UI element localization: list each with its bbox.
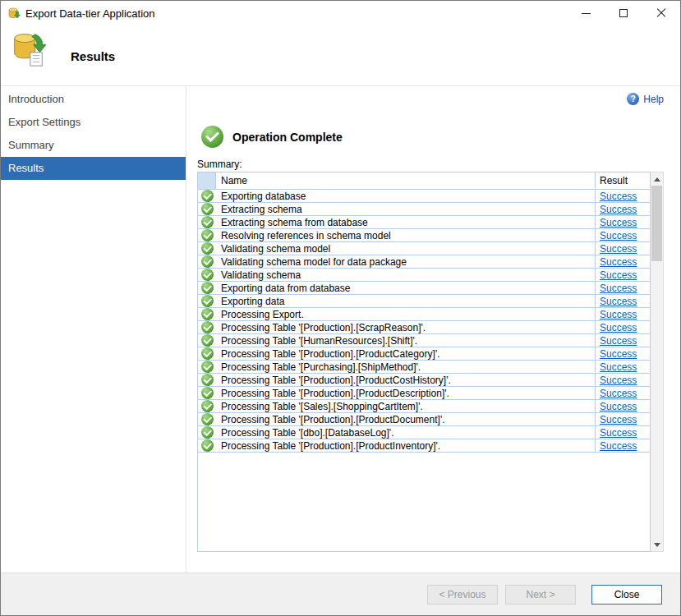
row-result-link[interactable]: Success xyxy=(600,204,637,215)
table-row[interactable]: Processing Table '[Production].[ProductD… xyxy=(198,387,650,400)
row-name: Processing Table '[Production].[ProductD… xyxy=(216,413,595,425)
row-result-link[interactable]: Success xyxy=(600,283,637,294)
table-row[interactable]: Validating schema Success xyxy=(198,269,650,282)
table-row[interactable]: Processing Table '[Production].[ProductC… xyxy=(198,374,650,387)
scroll-down-icon xyxy=(654,543,660,547)
scroll-up-button[interactable] xyxy=(651,172,663,186)
row-result-link[interactable]: Success xyxy=(600,243,637,255)
table-row[interactable]: Processing Table '[Purchasing].[ShipMeth… xyxy=(198,361,650,374)
previous-button[interactable]: < Previous xyxy=(427,585,498,605)
table-row[interactable]: Exporting data Success xyxy=(198,295,650,308)
table-row[interactable]: Processing Table '[Sales].[ShoppingCartI… xyxy=(198,400,650,413)
table-row[interactable]: Processing Table '[dbo].[DatabaseLog]'. … xyxy=(198,426,650,439)
app-icon xyxy=(7,7,21,20)
row-result-link[interactable]: Success xyxy=(600,348,637,360)
table-row[interactable]: Processing Table '[Production].[ProductC… xyxy=(198,347,650,361)
row-result-link[interactable]: Success xyxy=(600,217,637,228)
summary-label: Summary: xyxy=(197,159,242,170)
scroll-down-button[interactable] xyxy=(651,538,663,551)
sidebar-item-summary[interactable]: Summary xyxy=(1,134,186,157)
row-name: Processing Table '[Production].[ProductC… xyxy=(216,374,595,386)
table-row[interactable]: Resolving references in schema model Suc… xyxy=(198,229,650,242)
row-name: Processing Table '[Production].[ProductC… xyxy=(216,347,595,360)
row-result-link[interactable]: Success xyxy=(600,375,637,386)
maximize-button[interactable] xyxy=(605,1,642,25)
success-check-icon xyxy=(201,387,214,399)
row-result-link[interactable]: Success xyxy=(600,361,637,373)
column-header-icon xyxy=(198,172,216,189)
row-result-link[interactable]: Success xyxy=(600,269,637,281)
sidebar-item-results[interactable]: Results xyxy=(1,157,186,180)
window-title: Export Data-tier Application xyxy=(25,7,155,20)
table-row[interactable]: Processing Export. Success xyxy=(198,308,650,321)
table-header-row: Name Result xyxy=(198,172,650,190)
operation-complete-status: Operation Complete xyxy=(201,126,343,148)
success-check-icon xyxy=(201,413,214,425)
wizard-header: Results xyxy=(1,25,680,86)
table-row[interactable]: Extracting schema Success xyxy=(198,203,650,216)
row-name: Exporting data xyxy=(216,295,595,307)
next-button[interactable]: Next > xyxy=(505,585,576,605)
column-header-result[interactable]: Result xyxy=(595,172,650,189)
table-row[interactable]: Processing Table '[Production].[ProductD… xyxy=(198,413,650,426)
results-table: Name Result Exporting database Success E… xyxy=(197,172,664,552)
column-header-name[interactable]: Name xyxy=(216,172,595,189)
scroll-up-icon xyxy=(654,177,660,182)
row-result-link[interactable]: Success xyxy=(600,427,637,439)
minimize-button[interactable] xyxy=(567,1,605,25)
row-result-link[interactable]: Success xyxy=(600,309,637,320)
table-row[interactable]: Processing Table '[Production].[ScrapRea… xyxy=(198,321,650,334)
help-icon: ? xyxy=(627,93,639,105)
row-name: Processing Table '[HumanResources].[Shif… xyxy=(216,334,595,347)
close-button[interactable]: Close xyxy=(591,585,662,605)
table-row[interactable]: Processing Table '[Production].[ProductI… xyxy=(198,439,650,453)
titlebar: Export Data-tier Application xyxy=(1,1,680,25)
table-row[interactable]: Validating schema model for data package… xyxy=(198,255,650,269)
table-row[interactable]: Processing Table '[HumanResources].[Shif… xyxy=(198,334,650,347)
row-result-link[interactable]: Success xyxy=(600,401,637,412)
help-label: Help xyxy=(643,94,664,105)
sidebar-item-export-settings[interactable]: Export Settings xyxy=(1,111,186,134)
row-name: Resolving references in schema model xyxy=(216,229,595,241)
success-check-icon xyxy=(201,321,214,333)
table-row[interactable]: Validating schema model Success xyxy=(198,242,650,255)
scrollbar-thumb[interactable] xyxy=(651,186,662,261)
scrollbar-track[interactable] xyxy=(651,186,663,538)
success-check-icon xyxy=(201,216,214,228)
table-scrollbar[interactable] xyxy=(651,172,664,552)
export-dacpac-wizard-window: Export Data-tier Application Results Int… xyxy=(0,0,681,616)
row-name: Validating schema xyxy=(216,269,595,281)
main-area: Introduction Export Settings Summary Res… xyxy=(1,86,680,572)
footer-bar: < Previous Next > Close xyxy=(1,572,680,615)
row-result-link[interactable]: Success xyxy=(600,296,637,307)
table-row[interactable]: Extracting schema from database Success xyxy=(198,216,650,229)
row-name: Extracting schema from database xyxy=(216,216,595,228)
row-result-link[interactable]: Success xyxy=(600,388,637,399)
row-name: Validating schema model for data package xyxy=(216,255,595,268)
success-check-icon xyxy=(201,400,214,412)
row-result-link[interactable]: Success xyxy=(600,414,637,425)
maximize-icon xyxy=(619,9,628,17)
window-controls xyxy=(567,1,680,25)
row-name: Processing Table '[Production].[ScrapRea… xyxy=(216,321,595,333)
row-name: Processing Table '[dbo].[DatabaseLog]'. xyxy=(216,426,595,439)
row-result-link[interactable]: Success xyxy=(600,191,637,202)
table-row[interactable]: Exporting data from database Success xyxy=(198,282,650,295)
row-result-link[interactable]: Success xyxy=(600,256,637,268)
sidebar-item-introduction[interactable]: Introduction xyxy=(1,88,186,111)
operation-complete-check-icon xyxy=(201,126,223,148)
success-check-icon xyxy=(201,242,214,255)
help-link[interactable]: ? Help xyxy=(627,93,664,105)
row-result-link[interactable]: Success xyxy=(600,230,637,241)
success-check-icon xyxy=(201,439,214,452)
wizard-steps-sidebar: Introduction Export Settings Summary Res… xyxy=(1,86,186,572)
row-result-link[interactable]: Success xyxy=(600,322,637,333)
row-name: Processing Table '[Purchasing].[ShipMeth… xyxy=(216,361,595,373)
operation-complete-title: Operation Complete xyxy=(232,131,343,144)
table-row[interactable]: Exporting database Success xyxy=(198,190,650,203)
row-result-link[interactable]: Success xyxy=(600,335,637,347)
success-check-icon xyxy=(201,334,214,347)
close-window-button[interactable] xyxy=(642,1,680,25)
row-result-link[interactable]: Success xyxy=(600,440,637,452)
success-check-icon xyxy=(201,426,214,439)
